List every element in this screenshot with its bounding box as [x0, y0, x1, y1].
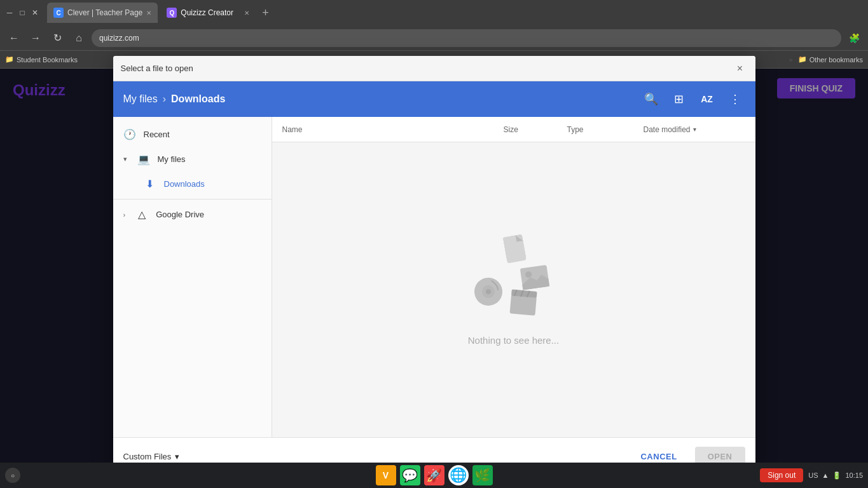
header-actions: 🔍 ⊞ AZ ⋮ — [641, 89, 745, 109]
custom-files-label: Custom Files — [123, 452, 172, 461]
empty-state-text: Nothing to see here... — [468, 335, 559, 346]
custom-files-button[interactable]: Custom Files ▾ — [123, 452, 180, 461]
taskbar-right: Sign out US ▲ 🔋 10:15 — [760, 468, 863, 482]
bookmark-folder-icon: 📁 — [5, 55, 14, 64]
dialog-header: My files › Downloads 🔍 ⊞ AZ ⋮ — [113, 81, 755, 117]
dialog-overlay: Select a file to open × My files › Downl… — [0, 69, 868, 463]
sidebar-item-downloads[interactable]: ⬇ Downloads — [113, 172, 272, 196]
close-window-button[interactable]: ✕ — [31, 8, 39, 17]
search-button[interactable]: 🔍 — [641, 89, 661, 109]
sidebar-item-myfiles[interactable]: ▾ 💻 My files — [113, 147, 272, 172]
window-controls: ─ □ ✕ — [5, 8, 39, 17]
computer-icon: 💻 — [137, 153, 150, 165]
sidebar-recent-label: Recent — [144, 130, 170, 139]
quizizz-favicon: Q — [167, 8, 177, 18]
dialog-title: Select a file to open — [121, 64, 193, 73]
dialog-titlebar: Select a file to open × — [113, 56, 755, 81]
taskbar-apps: V 💬 🚀 🌐 🌿 — [376, 465, 493, 485]
sidebar-myfiles-label: My files — [158, 154, 186, 164]
reload-button[interactable]: ↻ — [48, 29, 66, 47]
file-dialog: Select a file to open × My files › Downl… — [113, 56, 755, 475]
other-bookmark-folder-icon: 📁 — [798, 55, 807, 64]
sidebar-item-googledrive[interactable]: › △ Google Drive — [113, 202, 272, 227]
sort-az-button[interactable]: AZ — [697, 89, 717, 109]
taskbar-app-leaf[interactable]: 🌿 — [472, 465, 493, 485]
sidebar-googledrive-label: Google Drive — [156, 210, 204, 219]
tab-quizizz-label: Quizizz Creator — [181, 8, 233, 17]
sort-desc-icon: ▾ — [693, 126, 696, 133]
locale-indicator: US — [808, 471, 818, 479]
col-type-header: Type — [567, 125, 644, 134]
taskbar-status: US ▲ 🔋 10:15 — [808, 471, 863, 480]
new-tab-button[interactable]: + — [258, 6, 273, 20]
col-date-header[interactable]: Date modified ▾ — [644, 125, 745, 134]
column-headers: Name Size Type Date modified ▾ — [272, 117, 755, 142]
breadcrumb-myfiles[interactable]: My files — [123, 93, 158, 105]
back-button[interactable]: ← — [5, 29, 23, 47]
bookmark-student[interactable]: 📁 Student Bookmarks — [5, 55, 78, 64]
sign-out-button[interactable]: Sign out — [760, 468, 803, 482]
maximize-button[interactable]: □ — [18, 8, 27, 17]
taskbar-app-chat[interactable]: 💬 — [400, 465, 420, 485]
empty-state: Nothing to see here... — [272, 142, 755, 437]
custom-files-chevron-icon: ▾ — [175, 452, 179, 461]
clock: 10:15 — [845, 471, 863, 479]
sidebar-item-recent[interactable]: 🕐 Recent — [113, 122, 272, 147]
breadcrumb-separator: › — [163, 93, 166, 105]
main-content: Name Size Type Date modified ▾ — [272, 117, 755, 437]
download-icon: ⬇ — [144, 178, 156, 190]
more-bookmarks-indicator: » — [789, 56, 793, 64]
bookmark-other[interactable]: 📁 Other bookmarks — [798, 55, 863, 64]
tab-clever-label: Clever | Teacher Page — [67, 8, 142, 17]
breadcrumb-downloads[interactable]: Downloads — [171, 93, 225, 105]
chevron-right-icon: › — [123, 211, 126, 219]
address-input[interactable] — [92, 29, 841, 47]
sidebar-downloads-label: Downloads — [164, 179, 205, 189]
dialog-close-button[interactable]: × — [733, 61, 748, 76]
google-drive-icon: △ — [135, 208, 148, 220]
browser-tabs-bar: ─ □ ✕ C Clever | Teacher Page ✕ Q Quiziz… — [0, 0, 868, 25]
more-options-button[interactable]: ⋮ — [725, 89, 745, 109]
taskbar-launcher[interactable]: ○ — [5, 468, 20, 483]
empty-files-illustration — [472, 234, 555, 317]
svg-rect-7 — [509, 294, 536, 315]
battery-icon: 🔋 — [832, 471, 841, 480]
minimize-button[interactable]: ─ — [5, 8, 14, 17]
chevron-down-icon: ▾ — [123, 155, 127, 163]
wifi-icon: ▲ — [822, 471, 829, 479]
tab-quizizz[interactable]: Q Quizizz Creator ✕ — [160, 3, 256, 23]
tab-quizizz-close[interactable]: ✕ — [244, 10, 249, 17]
taskbar: ○ V 💬 🚀 🌐 🌿 Sign out US ▲ 🔋 10:15 — [0, 463, 868, 488]
taskbar-app-chrome[interactable]: 🌐 — [448, 465, 469, 485]
clock-icon: 🕐 — [123, 128, 136, 140]
extensions-button[interactable]: 🧩 — [845, 29, 863, 47]
home-button[interactable]: ⌂ — [70, 29, 88, 47]
col-size-header: Size — [504, 125, 567, 134]
dialog-body: 🕐 Recent ▾ 💻 My files ⬇ Downloads — [113, 117, 755, 437]
address-bar-row: ← → ↻ ⌂ 🧩 — [0, 25, 868, 51]
view-grid-button[interactable]: ⊞ — [669, 89, 689, 109]
sidebar-divider — [113, 199, 272, 200]
clever-favicon: C — [53, 8, 64, 18]
tab-clever[interactable]: C Clever | Teacher Page ✕ — [47, 3, 158, 23]
forward-button[interactable]: → — [27, 29, 45, 47]
taskbar-app-verdana[interactable]: V — [376, 465, 396, 485]
sidebar: 🕐 Recent ▾ 💻 My files ⬇ Downloads — [113, 117, 272, 437]
tab-clever-close[interactable]: ✕ — [146, 10, 151, 17]
col-name-header: Name — [282, 125, 504, 134]
taskbar-app-rocket[interactable]: 🚀 — [424, 465, 444, 485]
